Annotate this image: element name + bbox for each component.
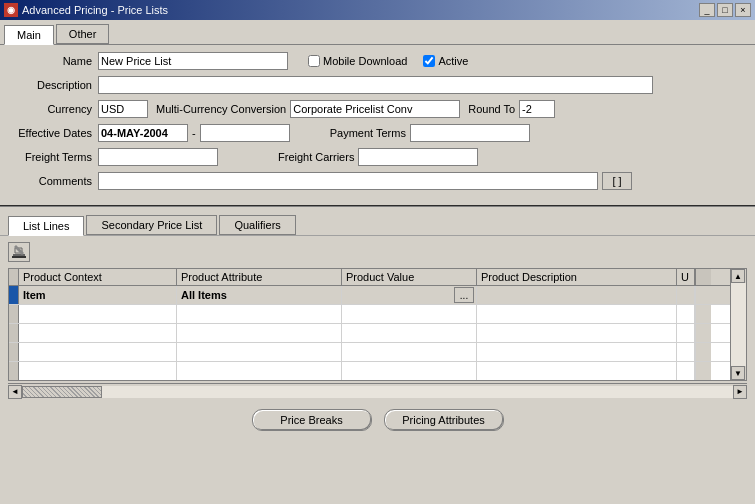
mobile-download-label: Mobile Download — [323, 55, 407, 67]
cell-context-0: Item — [19, 286, 177, 304]
cell-value-4 — [342, 362, 477, 380]
cell-description-0 — [477, 286, 677, 304]
scroll-up-button[interactable]: ▲ — [731, 269, 745, 283]
round-to-label: Round To — [468, 103, 515, 115]
price-breaks-button[interactable]: Price Breaks — [252, 409, 372, 431]
comments-input[interactable] — [98, 172, 598, 190]
cell-value-2 — [342, 324, 477, 342]
active-checkbox[interactable] — [423, 55, 435, 67]
cell-attribute-2 — [177, 324, 342, 342]
multi-currency-input[interactable] — [290, 100, 460, 118]
toolbar-edit-button[interactable] — [8, 242, 30, 262]
bottom-buttons: Price Breaks Pricing Attributes — [0, 403, 755, 437]
freight-terms-label: Freight Terms — [8, 151, 98, 163]
description-label: Description — [8, 79, 98, 91]
scroll-track — [731, 283, 746, 366]
form-area: Name Mobile Download Active Description … — [0, 45, 755, 201]
data-grid: Product Context Product Attribute Produc… — [8, 268, 747, 381]
title-bar: ◉ Advanced Pricing - Price Lists _ □ × — [0, 0, 755, 20]
currency-input[interactable] — [98, 100, 148, 118]
cell-attribute-1 — [177, 305, 342, 323]
scroll-left-button[interactable]: ◄ — [8, 385, 22, 399]
tab-other[interactable]: Other — [56, 24, 110, 44]
hscroll-track — [102, 386, 733, 398]
cell-u-4 — [677, 362, 695, 380]
mobile-download-checkbox[interactable] — [308, 55, 320, 67]
table-row[interactable] — [9, 324, 746, 343]
name-input[interactable] — [98, 52, 288, 70]
header-attribute: Product Attribute — [177, 269, 342, 285]
cell-value-1 — [342, 305, 477, 323]
hscroll-thumb[interactable] — [22, 386, 102, 398]
table-row[interactable]: Item All Items ... — [9, 286, 746, 305]
cell-u-3 — [677, 343, 695, 361]
app-icon: ◉ — [4, 3, 18, 17]
effective-to-input[interactable] — [200, 124, 290, 142]
cell-context-2 — [19, 324, 177, 342]
freight-carriers-input[interactable] — [358, 148, 478, 166]
tab-main[interactable]: Main — [4, 25, 54, 45]
cell-context-4 — [19, 362, 177, 380]
cell-description-1 — [477, 305, 677, 323]
header-context: Product Context — [19, 269, 177, 285]
tab-secondary-price-list[interactable]: Secondary Price List — [86, 215, 217, 235]
inner-tab-bar: List Lines Secondary Price List Qualifie… — [0, 211, 755, 235]
cell-attribute-0: All Items — [177, 286, 342, 304]
cell-value-0: ... — [342, 286, 477, 304]
scroll-right-button[interactable]: ► — [733, 385, 747, 399]
cell-attribute-4 — [177, 362, 342, 380]
multi-currency-label: Multi-Currency Conversion — [156, 103, 286, 115]
minimize-button[interactable]: _ — [699, 3, 715, 17]
header-description: Product Description — [477, 269, 677, 285]
effective-dates-label: Effective Dates — [8, 127, 98, 139]
close-button[interactable]: × — [735, 3, 751, 17]
tab-qualifiers[interactable]: Qualifiers — [219, 215, 295, 235]
section-divider — [0, 205, 755, 207]
freight-terms-input[interactable] — [98, 148, 218, 166]
cell-u-1 — [677, 305, 695, 323]
name-label: Name — [8, 55, 98, 67]
cell-description-3 — [477, 343, 677, 361]
cell-description-2 — [477, 324, 677, 342]
maximize-button[interactable]: □ — [717, 3, 733, 17]
window-title: Advanced Pricing - Price Lists — [22, 4, 168, 16]
active-label: Active — [438, 55, 468, 67]
main-tab-bar: Main Other — [0, 20, 755, 45]
header-u: U — [677, 269, 695, 285]
date-separator: - — [192, 127, 196, 139]
value-ellipsis-button-0[interactable]: ... — [454, 287, 474, 303]
comments-expand-button[interactable]: [ ] — [602, 172, 632, 190]
list-area: Product Context Product Attribute Produc… — [0, 235, 755, 403]
cell-context-3 — [19, 343, 177, 361]
edit-icon — [12, 245, 26, 259]
comments-label: Comments — [8, 175, 98, 187]
cell-value-3 — [342, 343, 477, 361]
header-value: Product Value — [342, 269, 477, 285]
scroll-down-button[interactable]: ▼ — [731, 366, 745, 380]
table-row[interactable] — [9, 343, 746, 362]
tab-list-lines[interactable]: List Lines — [8, 216, 84, 236]
cell-attribute-3 — [177, 343, 342, 361]
grid-header: Product Context Product Attribute Produc… — [9, 269, 746, 286]
horizontal-scrollbar[interactable]: ◄ ► — [8, 383, 747, 399]
svg-rect-0 — [13, 254, 25, 256]
payment-terms-label: Payment Terms — [330, 127, 406, 139]
cell-u-2 — [677, 324, 695, 342]
effective-from-input[interactable] — [98, 124, 188, 142]
cell-u-0 — [677, 286, 695, 304]
toolbar — [8, 240, 747, 264]
currency-label: Currency — [8, 103, 98, 115]
cell-description-4 — [477, 362, 677, 380]
cell-context-1 — [19, 305, 177, 323]
freight-carriers-label: Freight Carriers — [278, 151, 354, 163]
round-to-input[interactable] — [519, 100, 555, 118]
pricing-attributes-button[interactable]: Pricing Attributes — [384, 409, 504, 431]
payment-terms-input[interactable] — [410, 124, 530, 142]
vertical-scrollbar[interactable]: ▲ ▼ — [730, 269, 746, 380]
description-input[interactable] — [98, 76, 653, 94]
table-row[interactable] — [9, 362, 746, 380]
svg-rect-1 — [12, 256, 26, 258]
table-row[interactable] — [9, 305, 746, 324]
